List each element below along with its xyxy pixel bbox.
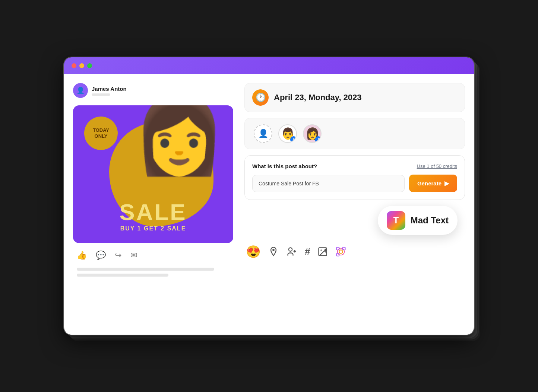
- date-card: 🕐 April 23, Monday, 2023: [244, 83, 465, 112]
- skeleton-line-1: [77, 268, 214, 271]
- svg-point-0: [272, 249, 275, 251]
- right-panel: 🕐 April 23, Monday, 2023 👤 👨 f: [233, 83, 465, 326]
- send-icon[interactable]: ✉: [130, 251, 137, 260]
- today-badge-line1: TODAY: [93, 127, 109, 133]
- today-badge-line2: ONLY: [95, 133, 108, 139]
- action-row: 👍 💬 ↪ ✉: [73, 249, 233, 262]
- account-placeholder[interactable]: 👤: [254, 124, 272, 143]
- user-info: James Anton: [92, 86, 127, 96]
- date-text: April 23, Monday, 2023: [274, 93, 362, 102]
- svg-point-9: [338, 248, 345, 255]
- facebook-badge-2: f: [315, 136, 322, 143]
- today-only-badge: TODAY ONLY: [84, 117, 118, 150]
- skeleton-lines: [73, 268, 233, 277]
- sale-text: SALE: [73, 201, 233, 224]
- add-person-icon[interactable]: [286, 246, 297, 257]
- generator-label: What is this post about?: [252, 163, 317, 169]
- svg-point-5: [321, 249, 322, 251]
- user-name: James Anton: [92, 86, 127, 92]
- account-male[interactable]: 👨 f: [278, 124, 297, 143]
- mad-text-logo: T: [387, 211, 405, 230]
- maximize-button[interactable]: [87, 63, 92, 68]
- left-panel: 👤 James Anton TODAY ONLY 👩: [73, 83, 233, 326]
- skeleton-line-2: [77, 274, 168, 277]
- generate-button[interactable]: Generate ▶: [409, 175, 457, 192]
- share-icon[interactable]: ↪: [115, 251, 121, 260]
- user-header: 👤 James Anton: [73, 83, 233, 99]
- facebook-badge-1: f: [290, 136, 297, 143]
- add-image-icon[interactable]: [317, 246, 328, 257]
- avatar: 👤: [73, 83, 88, 98]
- post-input[interactable]: [252, 175, 405, 192]
- emoji-toolbar: 😍 #: [244, 241, 465, 262]
- generator-card: What is this post about? Use 1 of 50 cre…: [244, 155, 465, 200]
- like-icon[interactable]: 👍: [77, 251, 87, 260]
- mad-text-card: T Mad Text: [378, 206, 458, 235]
- mad-text-logo-letter: T: [393, 215, 399, 226]
- qr-camera-icon[interactable]: [335, 246, 346, 257]
- hashtag-icon[interactable]: #: [305, 246, 310, 258]
- generator-header: What is this post about? Use 1 of 50 cre…: [252, 163, 457, 169]
- accounts-card: 👤 👨 f 👩 f: [244, 118, 465, 149]
- window-content: 👤 James Anton TODAY ONLY 👩: [64, 74, 474, 335]
- clock-icon: 🕐: [252, 89, 269, 106]
- generator-input-row: Generate ▶: [252, 175, 457, 192]
- svg-point-8: [339, 250, 343, 253]
- comment-icon[interactable]: 💬: [96, 251, 106, 260]
- svg-point-1: [289, 248, 292, 251]
- minimize-button[interactable]: [79, 63, 84, 68]
- emoji-react-icon[interactable]: 😍: [246, 245, 261, 259]
- generate-button-label: Generate: [417, 180, 442, 187]
- close-button[interactable]: [72, 63, 76, 68]
- sale-subtext: BUY 1 GET 2 SALE: [73, 225, 233, 232]
- sale-text-area: SALE BUY 1 GET 2 SALE: [73, 201, 233, 232]
- account-female[interactable]: 👩 f: [303, 124, 322, 143]
- window-wrapper: 👤 James Anton TODAY ONLY 👩: [64, 57, 474, 335]
- location-pin-icon[interactable]: [268, 246, 279, 257]
- placeholder-icon: 👤: [258, 129, 268, 138]
- title-bar: [64, 57, 474, 74]
- generate-arrow-icon: ▶: [444, 180, 449, 187]
- credits-link[interactable]: Use 1 of 50 credits: [417, 163, 457, 169]
- user-subtitle-skeleton: [92, 93, 110, 96]
- mad-text-label: Mad Text: [411, 215, 449, 226]
- sale-post-image: TODAY ONLY 👩 SALE BUY 1 GET 2 SALE: [73, 105, 233, 243]
- clock-emoji: 🕐: [256, 93, 266, 102]
- mac-window: 👤 James Anton TODAY ONLY 👩: [64, 57, 474, 335]
